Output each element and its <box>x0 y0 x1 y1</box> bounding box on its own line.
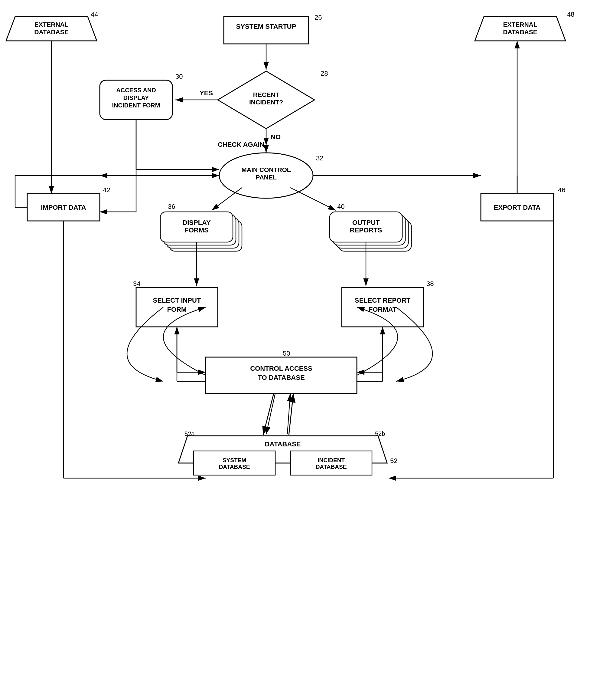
svg-text:FORMS: FORMS <box>184 227 208 234</box>
svg-text:EXTERNAL: EXTERNAL <box>503 21 537 28</box>
svg-text:RECENT: RECENT <box>253 91 279 98</box>
diagram-container: SYSTEM STARTUP 26 RECENT INCIDENT? 28 YE… <box>0 0 610 700</box>
svg-text:SYSTEM STARTUP: SYSTEM STARTUP <box>236 23 296 30</box>
svg-text:INCIDENT: INCIDENT <box>318 457 345 463</box>
svg-text:SELECT REPORT: SELECT REPORT <box>355 297 411 304</box>
svg-text:32: 32 <box>316 154 323 162</box>
svg-text:46: 46 <box>558 186 565 194</box>
svg-text:MAIN CONTROL: MAIN CONTROL <box>241 166 291 173</box>
svg-text:42: 42 <box>103 186 110 194</box>
svg-text:DATABASE: DATABASE <box>219 464 250 470</box>
svg-text:OUTPUT: OUTPUT <box>352 219 380 227</box>
svg-text:FORMAT: FORMAT <box>369 306 397 313</box>
svg-text:REPORTS: REPORTS <box>350 227 382 234</box>
svg-line-107 <box>263 393 274 435</box>
svg-text:IMPORT DATA: IMPORT DATA <box>41 204 86 211</box>
svg-text:SELECT INPUT: SELECT INPUT <box>153 297 201 304</box>
svg-text:52a: 52a <box>184 430 195 437</box>
svg-text:NO: NO <box>271 133 280 141</box>
svg-line-60 <box>212 188 242 210</box>
svg-line-95 <box>266 393 275 434</box>
svg-text:34: 34 <box>133 280 140 287</box>
svg-text:DATABASE: DATABASE <box>265 440 301 448</box>
svg-text:FORM: FORM <box>167 306 187 313</box>
svg-rect-3 <box>224 17 308 44</box>
svg-text:52b: 52b <box>375 430 385 437</box>
svg-text:SYSTEM: SYSTEM <box>223 457 246 463</box>
svg-text:30: 30 <box>175 73 183 80</box>
svg-text:CONTROL ACCESS: CONTROL ACCESS <box>250 365 312 372</box>
svg-text:DISPLAY: DISPLAY <box>182 219 211 227</box>
svg-text:TO DATABASE: TO DATABASE <box>258 374 305 381</box>
svg-text:YES: YES <box>199 89 213 97</box>
svg-text:DISPLAY: DISPLAY <box>123 94 149 101</box>
svg-text:EXPORT DATA: EXPORT DATA <box>494 204 541 211</box>
svg-text:DATABASE: DATABASE <box>34 29 69 35</box>
svg-text:48: 48 <box>567 11 574 18</box>
svg-text:ACCESS AND: ACCESS AND <box>116 87 156 94</box>
svg-text:DATABASE: DATABASE <box>503 29 537 35</box>
svg-text:28: 28 <box>321 69 328 77</box>
svg-text:50: 50 <box>283 349 290 357</box>
svg-text:INCIDENT?: INCIDENT? <box>249 99 283 106</box>
svg-text:CHECK AGAIN: CHECK AGAIN <box>218 141 264 148</box>
svg-text:44: 44 <box>91 11 98 18</box>
svg-text:EXTERNAL: EXTERNAL <box>34 21 68 28</box>
svg-text:26: 26 <box>315 14 322 21</box>
svg-text:40: 40 <box>337 203 344 210</box>
svg-text:52: 52 <box>390 457 397 465</box>
svg-text:PANEL: PANEL <box>256 174 277 181</box>
svg-text:INCIDENT FORM: INCIDENT FORM <box>112 102 160 109</box>
svg-text:38: 38 <box>427 280 434 287</box>
svg-line-61 <box>290 188 336 210</box>
svg-text:36: 36 <box>168 203 175 210</box>
svg-text:DATABASE: DATABASE <box>316 464 347 470</box>
